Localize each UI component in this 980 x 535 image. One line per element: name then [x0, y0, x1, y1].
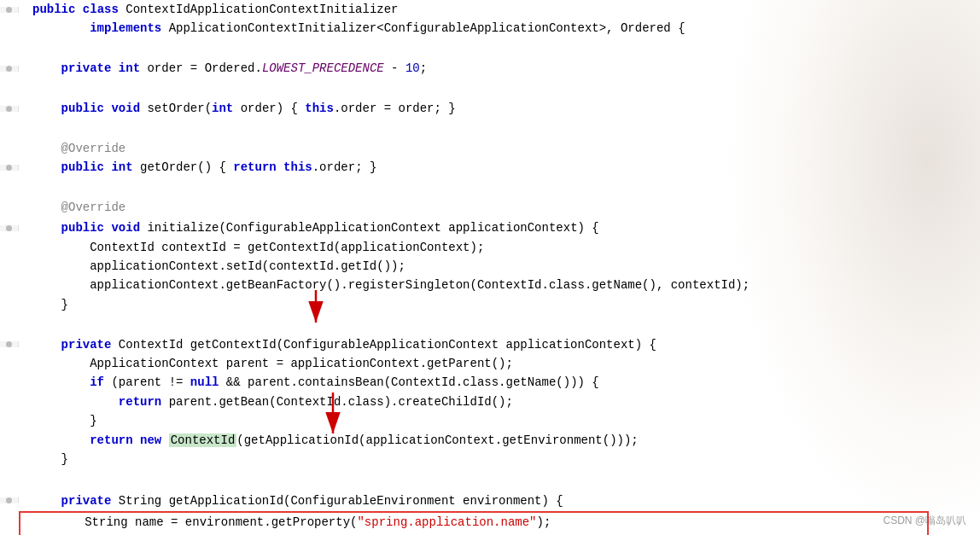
gutter-dot: [6, 106, 12, 112]
code-line: ApplicationContext parent = applicationC…: [0, 354, 980, 373]
code-line: applicationContext.getBeanFactory().regi…: [0, 276, 980, 294]
line-text: [19, 470, 980, 489]
code-line: [0, 40, 980, 59]
normal-text: [75, 3, 82, 16]
normal-text: .order; }: [312, 160, 377, 174]
keyword: int: [111, 160, 132, 174]
normal-text: String name = environment.getProperty(: [27, 515, 357, 529]
string-literal: "spring.application.name": [357, 515, 536, 529]
code-line: private int order = Ordered.LOWEST_PRECE…: [0, 59, 980, 78]
boxed-code-block: String name = environment.getProperty("s…: [19, 511, 929, 535]
normal-text: [32, 61, 61, 75]
normal-text: [32, 221, 61, 235]
line-text: }: [19, 450, 980, 468]
normal-text: ApplicationContextInitializer<Configurab…: [161, 21, 685, 35]
keyword: this: [305, 102, 334, 115]
normal-text: [32, 395, 119, 409]
keyword: class: [83, 3, 119, 16]
line-text: }: [19, 411, 980, 430]
code-line: [0, 179, 980, 198]
gutter-dot: [6, 225, 12, 231]
normal-text: getOrder() {: [133, 160, 234, 174]
line-text: return StringUtils.hasText(name) ? name …: [20, 532, 927, 535]
code-line: [0, 80, 980, 99]
line-text: private String getApplicationId(Configur…: [19, 491, 980, 510]
line-text: @Override: [19, 139, 980, 158]
line-text: [19, 80, 980, 99]
line-text: private int order = Ordered.LOWEST_PRECE…: [19, 59, 980, 78]
line-text: [19, 179, 980, 198]
code-line: [0, 119, 980, 138]
code-line: }: [0, 411, 980, 430]
gutter-dot: [6, 497, 12, 503]
line-text: ApplicationContext parent = applicationC…: [19, 354, 980, 373]
keyword: private: [61, 61, 112, 75]
code-line: return StringUtils.hasText(name) ? name …: [20, 532, 927, 535]
line-gutter: [0, 165, 19, 171]
normal-text: ContextId getContextId(ConfigurableAppli…: [111, 338, 656, 352]
line-text: ContextId contextId = getContextId(appli…: [19, 238, 980, 257]
keyword: return: [233, 160, 276, 174]
line-gutter: [0, 66, 19, 72]
code-line: private ContextId getContextId(Configura…: [0, 335, 980, 354]
line-gutter: [0, 341, 19, 347]
normal-text: (getApplicationId(applicationContext.get…: [236, 433, 638, 447]
normal-text: );: [537, 515, 551, 529]
code-line: [0, 316, 980, 334]
code-line: @Override: [0, 198, 980, 217]
keyword: return: [90, 433, 132, 447]
gutter-dot: [6, 66, 12, 72]
source-code: public class ContextIdApplicationContext…: [0, 0, 980, 535]
normal-text: initialize(ConfigurableApplicationContex…: [140, 221, 599, 235]
normal-text: String getApplicationId(ConfigurableEnvi…: [111, 494, 563, 508]
keyword: private: [61, 494, 112, 508]
normal-text: ;: [420, 61, 427, 75]
keyword: public: [61, 221, 104, 235]
normal-text: }: [32, 298, 68, 311]
gutter-dot: [6, 7, 12, 13]
normal-text: }: [32, 452, 68, 466]
keyword: int: [212, 102, 233, 115]
code-line: @Override: [0, 139, 980, 158]
keyword: public: [61, 160, 104, 174]
normal-text: setOrder(: [140, 102, 212, 115]
line-text: applicationContext.setId(contextId.getId…: [19, 257, 980, 276]
code-line: if (parent != null && parent.containsBea…: [0, 373, 980, 392]
normal-text: parent.getBean(ContextId.class).createCh…: [161, 395, 513, 409]
number-literal: 10: [405, 61, 420, 75]
keyword: public: [61, 102, 104, 115]
normal-text: && parent.containsBean(ContextId.class.g…: [219, 375, 598, 389]
code-line: public class ContextIdApplicationContext…: [0, 0, 980, 19]
code-editor: public class ContextIdApplicationContext…: [0, 0, 980, 535]
code-line: private String getApplicationId(Configur…: [0, 491, 980, 510]
keyword: public: [32, 3, 75, 16]
field-reference: LOWEST_PRECEDENCE: [262, 61, 384, 75]
normal-text: [133, 433, 140, 447]
normal-text: [111, 61, 118, 75]
line-text: if (parent != null && parent.containsBea…: [19, 373, 980, 392]
normal-text: [32, 494, 61, 508]
keyword: void: [111, 221, 140, 235]
normal-text: (parent !=: [104, 375, 190, 389]
line-text: public int getOrder() { return this.orde…: [19, 158, 980, 177]
highlighted-text: ContextId: [169, 433, 237, 447]
normal-text: [32, 102, 61, 115]
keyword: int: [119, 61, 140, 75]
annotation: @Override: [32, 201, 125, 214]
line-text: String name = environment.getProperty("s…: [20, 513, 927, 532]
code-line: String name = environment.getProperty("s…: [20, 513, 927, 532]
line-text: }: [19, 295, 980, 314]
normal-text: applicationContext.getBeanFactory().regi…: [32, 278, 750, 292]
code-line: implements ApplicationContextInitializer…: [0, 19, 980, 38]
normal-text: [277, 160, 283, 174]
normal-text: [32, 21, 90, 35]
line-text: [19, 119, 980, 138]
keyword: null: [190, 375, 219, 389]
code-line: applicationContext.setId(contextId.getId…: [0, 257, 980, 276]
normal-text: order = Ordered.: [140, 61, 262, 75]
line-text: [19, 40, 980, 59]
line-text: public void setOrder(int order) { this.o…: [19, 99, 980, 118]
line-gutter: [0, 497, 19, 503]
keyword: if: [90, 375, 104, 389]
code-line: ContextId contextId = getContextId(appli…: [0, 238, 980, 257]
